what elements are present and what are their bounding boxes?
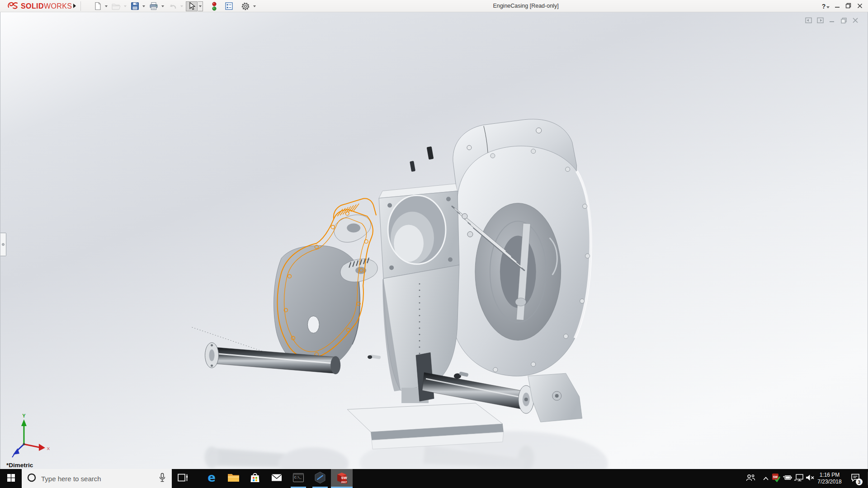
sw-resource-monitor-icon: SW: [772, 473, 781, 484]
doc-restore-icon: [840, 17, 847, 26]
close-button[interactable]: [854, 0, 865, 12]
cmd-prompt-text: C:\_: [294, 476, 302, 479]
file-properties-button[interactable]: [223, 1, 235, 11]
tray-battery-button[interactable]: [782, 469, 793, 488]
open-dropdown[interactable]: [123, 1, 127, 11]
collapse-right-pane-button[interactable]: [814, 17, 826, 26]
minimize-button[interactable]: [831, 0, 843, 12]
restore-icon: [845, 2, 851, 10]
right-arrow-icon: [73, 2, 76, 10]
microphone-icon[interactable]: [158, 473, 166, 484]
notification-badge: 3: [856, 479, 863, 485]
doc-minimize-icon: [829, 17, 835, 25]
open-button[interactable]: [110, 1, 122, 11]
printer-icon: [149, 2, 158, 10]
tray-network-button[interactable]: [794, 469, 805, 488]
engine-casing-model[interactable]: Y X: [0, 12, 868, 469]
sw-badge-text: SW: [341, 476, 347, 480]
toolbar-separator: [80, 1, 81, 11]
print-button[interactable]: [148, 1, 160, 11]
properties-sheet-icon: [225, 2, 233, 10]
taskbar-app-solidworks[interactable]: SW 2017: [331, 469, 353, 488]
edge-icon: e: [205, 471, 218, 486]
hexagon-app-icon: [314, 471, 326, 486]
pane-left-icon: [805, 17, 812, 26]
splitter-dot-icon: [2, 243, 5, 246]
select-tool-dropdown[interactable]: [198, 1, 203, 11]
feature-manager-splitter-handle[interactable]: [0, 233, 6, 256]
new-document-dropdown[interactable]: [104, 1, 108, 11]
view-orientation-label: *Dimetric: [6, 462, 33, 469]
people-icon: [745, 473, 756, 484]
tray-people-button[interactable]: [745, 469, 756, 488]
brand-works: WORKS: [44, 2, 72, 10]
microsoft-store-icon: [249, 472, 261, 485]
taskbar-clock[interactable]: 1:16 PM 7/23/2018: [814, 469, 845, 488]
undo-dropdown[interactable]: [179, 1, 184, 11]
doc-minimize-button[interactable]: [826, 17, 838, 26]
cursor-arrow-icon: [188, 2, 196, 10]
window-controls: ?: [820, 0, 865, 12]
help-button[interactable]: ?: [820, 0, 831, 12]
graphics-area[interactable]: Y X: [0, 12, 868, 469]
sw-badge-year: 2017: [341, 481, 347, 483]
gear-icon: [241, 2, 250, 11]
pane-right-icon: [816, 17, 824, 26]
doc-close-button[interactable]: [849, 17, 861, 26]
solidworks-logo: SOLIDWORKS: [7, 1, 72, 11]
battery-icon: [782, 474, 793, 483]
brand-solid: SOLID: [21, 2, 44, 10]
help-dropdown-icon: [826, 2, 830, 10]
close-icon: [857, 2, 863, 10]
tray-overflow-chevron[interactable]: [761, 469, 770, 488]
document-window-controls: [802, 17, 861, 26]
task-view-button[interactable]: [172, 469, 193, 488]
taskbar-app-hexagon[interactable]: [309, 469, 331, 488]
taskbar-app-store[interactable]: [244, 469, 266, 488]
clock-date: 7/23/2018: [817, 479, 841, 485]
minimize-icon: [835, 2, 840, 10]
floppy-disk-icon: [131, 2, 139, 10]
taskbar-app-edge[interactable]: e: [201, 469, 222, 488]
new-document-icon: [94, 2, 102, 10]
taskbar-app-mail[interactable]: [266, 469, 288, 488]
dassault-systemes-logo-icon: [7, 1, 19, 11]
chevron-up-icon: [763, 474, 769, 483]
open-folder-icon: [112, 2, 121, 10]
window-title: EngineCasing [Read-only]: [493, 0, 558, 12]
svg-text:e: e: [208, 471, 216, 484]
tray-solidworks-monitor[interactable]: SW: [771, 469, 781, 488]
command-prompt-icon: C:\_: [292, 472, 304, 485]
clock-time: 1:16 PM: [820, 472, 840, 479]
rebuild-button[interactable]: [210, 1, 218, 11]
doc-close-icon: [852, 17, 859, 25]
windows-taskbar: e: [0, 469, 868, 488]
undo-arrow-icon: [168, 2, 177, 10]
engine-casing[interactable]: [192, 119, 591, 449]
taskbar-app-file-explorer[interactable]: [222, 469, 244, 488]
windows-logo-icon: [7, 474, 15, 483]
file-explorer-icon: [227, 472, 240, 485]
taskbar-search[interactable]: [22, 469, 172, 488]
new-document-button[interactable]: [92, 1, 103, 11]
search-input[interactable]: [41, 475, 158, 483]
app-titlebar: SOLIDWORKS: [0, 0, 868, 12]
collapse-left-pane-button[interactable]: [802, 17, 814, 26]
sw-monitor-text: SW: [773, 475, 778, 479]
options-button[interactable]: [240, 1, 251, 11]
save-button[interactable]: [129, 1, 141, 11]
restore-button[interactable]: [843, 0, 854, 12]
task-view-icon: [177, 473, 189, 484]
doc-restore-button[interactable]: [838, 17, 849, 26]
options-dropdown[interactable]: [252, 1, 257, 11]
taskbar-app-command-prompt[interactable]: C:\_: [288, 469, 309, 488]
action-center-button[interactable]: [846, 469, 864, 488]
solidworks-window: SOLIDWORKS: [0, 0, 868, 488]
print-dropdown[interactable]: [160, 1, 165, 11]
undo-button[interactable]: [167, 1, 179, 11]
start-button[interactable]: [0, 469, 22, 488]
select-tool-button[interactable]: [186, 1, 198, 11]
save-dropdown[interactable]: [141, 1, 146, 11]
menu-flyout-button[interactable]: [71, 2, 78, 10]
main-toolbar: [92, 1, 259, 11]
